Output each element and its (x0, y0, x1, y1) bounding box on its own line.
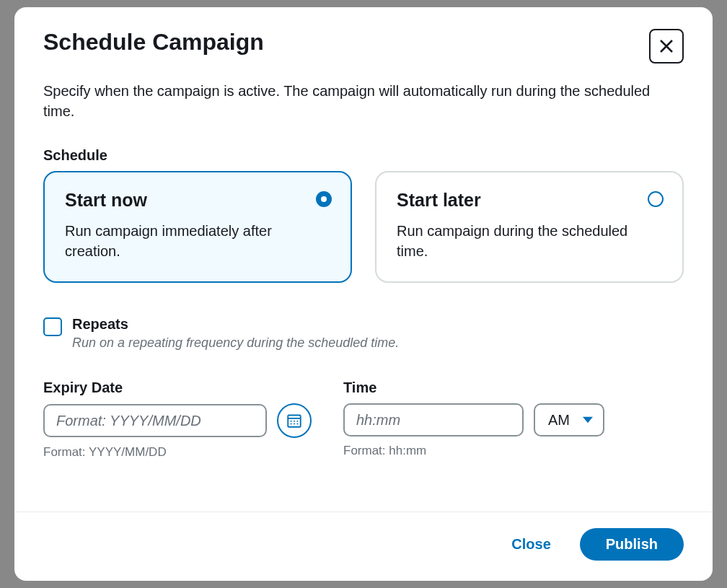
modal-description: Specify when the campaign is active. The… (43, 81, 684, 121)
schedule-option-start-now[interactable]: Start now Run campaign immediately after… (43, 171, 352, 283)
expiry-date-label: Expiry Date (43, 379, 312, 396)
svg-point-6 (294, 423, 295, 424)
ampm-value: AM (548, 412, 570, 429)
modal-backdrop: Schedule Campaign Specify when the campa… (0, 0, 727, 588)
radio-indicator-icon (316, 191, 332, 207)
modal-body: Specify when the campaign is active. The… (14, 71, 713, 512)
time-input-row: AM (343, 403, 604, 436)
repeats-checkbox-row: Repeats Run on a repeating frequency dur… (43, 316, 684, 351)
schedule-options: Start now Run campaign immediately after… (43, 171, 684, 283)
schedule-option-desc: Run campaign during the scheduled time. (397, 221, 662, 261)
repeats-content: Repeats Run on a repeating frequency dur… (72, 316, 399, 351)
repeats-desc: Run on a repeating frequency during the … (72, 335, 399, 351)
fields-row: Expiry Date (43, 379, 684, 460)
svg-point-5 (291, 423, 292, 424)
schedule-option-desc: Run campaign immediately after creation. (65, 221, 330, 261)
modal-header: Schedule Campaign (14, 7, 713, 71)
schedule-campaign-modal: Schedule Campaign Specify when the campa… (14, 7, 713, 581)
modal-title: Schedule Campaign (43, 29, 264, 56)
expiry-date-input-row (43, 403, 312, 438)
close-button[interactable] (649, 29, 684, 63)
svg-point-7 (296, 423, 298, 424)
radio-indicator-icon (648, 191, 664, 207)
time-field: Time AM Format: hh:mm (343, 379, 604, 460)
svg-point-2 (291, 421, 292, 422)
expiry-date-input[interactable] (43, 404, 267, 437)
schedule-section-label: Schedule (43, 147, 684, 164)
modal-footer: Close Publish (14, 512, 713, 581)
time-hint: Format: hh:mm (343, 444, 604, 458)
calendar-icon (287, 413, 301, 428)
time-label: Time (343, 379, 604, 396)
repeats-checkbox[interactable] (43, 317, 62, 336)
repeats-label: Repeats (72, 316, 399, 333)
calendar-button[interactable] (277, 403, 312, 438)
ampm-select[interactable]: AM (534, 403, 604, 436)
schedule-option-title: Start later (397, 190, 662, 211)
time-input[interactable] (343, 403, 524, 436)
expiry-date-field: Expiry Date (43, 379, 312, 460)
expiry-date-hint: Format: YYYY/MM/DD (43, 445, 312, 460)
svg-point-3 (294, 421, 295, 422)
schedule-option-title: Start now (65, 190, 330, 211)
close-link-button[interactable]: Close (503, 530, 559, 558)
publish-button[interactable]: Publish (580, 528, 684, 561)
svg-point-4 (296, 421, 298, 422)
schedule-option-start-later[interactable]: Start later Run campaign during the sche… (375, 171, 684, 283)
close-icon (658, 38, 675, 55)
chevron-down-icon (583, 415, 593, 425)
